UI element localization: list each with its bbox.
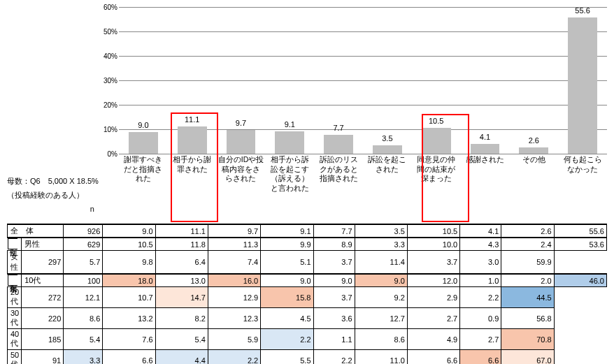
cell-value: 5.5: [261, 350, 313, 365]
row-label: 50代: [8, 350, 22, 365]
cell-value: 5.4: [64, 329, 103, 350]
bar-value-label: 11.1: [168, 115, 217, 124]
cell-value: 12.9: [208, 287, 260, 308]
cell-value: 10.5: [407, 224, 459, 238]
chart-column: 2.6その他: [509, 7, 558, 224]
cell-value: 9.0: [355, 274, 407, 287]
cell-value: 10.0: [407, 238, 459, 251]
bar: [373, 145, 402, 154]
row-label: 女性: [8, 251, 22, 275]
x-axis-label: 謝罪すべきだと指摘された: [119, 155, 168, 184]
bar: [129, 132, 158, 154]
row-label: 10代: [22, 274, 64, 287]
cell-value: 9.9: [261, 238, 313, 251]
x-axis-label: 相手から訴訟を起こす（訴える）と言われた: [265, 155, 314, 194]
bar-value-label: 9.7: [217, 119, 266, 127]
cell-value: 3.7: [313, 251, 355, 275]
chart-column: 55.6何も起こらなかった: [558, 7, 607, 224]
cell-n: 185: [22, 329, 64, 350]
x-axis-label: 同意見の仲間の結束が深まった: [412, 155, 461, 184]
cell-value: 12.0: [407, 274, 459, 287]
bar: [275, 131, 304, 154]
cell-value: 2.7: [460, 329, 501, 350]
y-tick: 40%: [103, 52, 117, 60]
chart-column: 10.5同意見の仲間の結束が深まった: [412, 7, 461, 224]
chart-column: 3.5訴訟を起こされた: [363, 7, 412, 224]
x-axis-label: 感謝された: [461, 155, 510, 165]
cell-value: 10.5: [103, 238, 155, 251]
group-age: 年代別: [8, 275, 17, 286]
chart-column: 11.1相手から謝罪された: [168, 7, 217, 224]
cell-value: 2.4: [501, 238, 554, 251]
cell-value: 11.3: [208, 238, 260, 251]
bar: [178, 126, 207, 154]
cell-value: 7.7: [313, 224, 355, 238]
cell-value: 9.0: [261, 274, 313, 287]
cell-value: 67.0: [501, 350, 554, 365]
cell-value: 1.1: [313, 329, 355, 350]
row-label: 40代: [8, 329, 22, 350]
cell-value: 8.9: [313, 238, 355, 251]
cell-value: 70.8: [501, 329, 554, 350]
chart-column: 4.1感謝された: [461, 7, 510, 224]
cell-value: 2.7: [407, 308, 459, 329]
chart-column: 9.0謝罪すべきだと指摘された: [119, 7, 168, 224]
x-axis-label: その他: [509, 155, 558, 165]
cell-value: 2.6: [501, 224, 554, 238]
cell-n: 220: [22, 308, 64, 329]
row-label: 30代: [8, 308, 22, 329]
x-axis-label: 何も起こらなかった: [558, 155, 607, 174]
cell-value: 9.0: [313, 274, 355, 287]
y-tick: 0%: [108, 150, 117, 158]
cell-value: 9.0: [103, 224, 155, 238]
cell-value: 5.1: [261, 251, 313, 275]
cell-value: 5.7: [64, 251, 103, 275]
group-sex: 性別: [8, 238, 17, 249]
bar-value-label: 55.6: [558, 6, 607, 15]
cell-value: 6.6: [407, 350, 459, 365]
cell-value: 59.9: [501, 251, 554, 275]
cell-value: 4.3: [460, 238, 501, 251]
cell-value: 6.4: [155, 251, 208, 275]
bar-value-label: 3.5: [363, 134, 412, 143]
chart-column: 9.7自分のIDや投稿内容をさらされた: [217, 7, 266, 224]
cell-value: 4.9: [407, 329, 459, 350]
cell-value: 46.0: [554, 274, 606, 287]
cell-value: 2.2: [261, 329, 313, 350]
bar-chart: 0%10%20%30%40%50%60% 9.0謝罪すべきだと指摘された11.1…: [98, 7, 607, 224]
cell-n: 272: [22, 287, 64, 308]
x-axis-label: 自分のIDや投稿内容をさらされた: [217, 155, 266, 184]
cell-value: 1.0: [460, 274, 501, 287]
y-tick: 50%: [103, 28, 117, 36]
cell-value: 10.7: [103, 287, 155, 308]
bar: [324, 135, 353, 154]
cell-value: 13.0: [155, 274, 208, 287]
cell-value: 12.3: [208, 308, 260, 329]
bar: [227, 130, 256, 154]
cell-value: 3.5: [355, 224, 407, 238]
n-header-side: n: [7, 203, 99, 217]
cell-value: 3.3: [64, 350, 103, 365]
bar: [471, 144, 500, 154]
row-label: 全 体: [8, 224, 64, 238]
cell-n: 926: [64, 224, 103, 238]
cell-value: 4.4: [155, 350, 208, 365]
x-axis-label: 訴訟のリスクがあると指摘された: [314, 155, 363, 184]
cell-value: 6.6: [103, 350, 155, 365]
cell-value: 13.2: [103, 308, 155, 329]
note-population: 母数：Q6 5,000 X 18.5%: [7, 175, 99, 189]
cell-value: 3.6: [313, 308, 355, 329]
cell-n: 297: [22, 251, 64, 275]
cell-value: 2.0: [501, 274, 554, 287]
cell-n: 91: [22, 350, 64, 365]
cell-value: 2.2: [208, 350, 260, 365]
cell-value: 11.4: [355, 251, 407, 275]
cell-value: 14.7: [155, 287, 208, 308]
bar-value-label: 9.1: [265, 120, 314, 129]
chart-footnotes: 母数：Q6 5,000 X 18.5% （投稿経験のある人） n: [7, 175, 99, 216]
bar: [519, 147, 548, 154]
cell-value: 2.9: [407, 287, 459, 308]
crosstab-table: 全 体9269.011.19.79.17.73.510.54.12.655.6性…: [7, 224, 607, 364]
x-axis-label: 訴訟を起こされた: [363, 155, 412, 174]
row-label: 20代: [8, 287, 22, 308]
